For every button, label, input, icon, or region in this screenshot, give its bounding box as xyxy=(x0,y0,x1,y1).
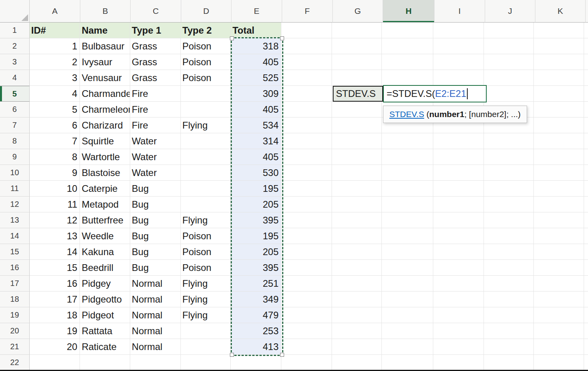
cell-I1[interactable] xyxy=(433,23,484,38)
formula-edit-cell-H5[interactable]: =STDEV.S(E2:E21 xyxy=(383,85,487,102)
cell-K1[interactable] xyxy=(534,23,584,38)
cell-F14[interactable] xyxy=(281,228,332,244)
cell-C6[interactable]: Fire xyxy=(130,102,181,117)
column-header-E[interactable]: E xyxy=(231,0,282,23)
cell-H10[interactable] xyxy=(382,165,433,181)
cell-E19[interactable]: 479 xyxy=(231,307,281,323)
cell-J12[interactable] xyxy=(484,197,534,212)
cell-B15[interactable]: Kakuna xyxy=(80,244,130,260)
row-header-20[interactable]: 20 xyxy=(0,323,30,339)
cell-E10[interactable]: 530 xyxy=(231,165,281,181)
cell-I19[interactable] xyxy=(433,307,484,323)
row-header-10[interactable]: 10 xyxy=(0,165,30,181)
cell-I21[interactable] xyxy=(433,339,484,355)
cell-G16[interactable] xyxy=(332,260,382,276)
cell-F2[interactable] xyxy=(281,38,332,54)
cell-H13[interactable] xyxy=(382,212,433,228)
cell-C10[interactable]: Water xyxy=(130,165,181,181)
cell-A12[interactable]: 11 xyxy=(30,197,80,212)
cell-G10[interactable] xyxy=(332,165,382,181)
cell-C2[interactable]: Grass xyxy=(130,38,181,54)
cell-C4[interactable]: Grass xyxy=(130,70,181,86)
cell-C3[interactable]: Grass xyxy=(130,54,181,70)
cell-A10[interactable]: 9 xyxy=(30,165,80,181)
cell-H22[interactable] xyxy=(382,355,433,371)
cell-H15[interactable] xyxy=(382,244,433,260)
cell-I18[interactable] xyxy=(433,292,484,307)
cell-G21[interactable] xyxy=(332,339,382,355)
cell-K14[interactable] xyxy=(534,228,584,244)
cell-E11[interactable]: 195 xyxy=(231,181,281,197)
cell-C1[interactable]: Type 1 xyxy=(130,23,181,38)
cell-K9[interactable] xyxy=(534,149,584,165)
cell-B9[interactable]: Wartortle xyxy=(80,149,130,165)
cell-B4[interactable]: Venusaur xyxy=(80,70,130,86)
cell-B18[interactable]: Pidgeotto xyxy=(80,292,130,307)
cell-C20[interactable]: Normal xyxy=(130,323,181,339)
cell-B1[interactable]: Name xyxy=(80,23,130,38)
cell-F18[interactable] xyxy=(281,292,332,307)
cell-H18[interactable] xyxy=(382,292,433,307)
cell-G1[interactable] xyxy=(332,23,382,38)
cell-A2[interactable]: 1 xyxy=(30,38,80,54)
cell-H2[interactable] xyxy=(382,38,433,54)
cell-K18[interactable] xyxy=(534,292,584,307)
cell-G22[interactable] xyxy=(332,355,382,371)
cell-F4[interactable] xyxy=(281,70,332,86)
cell-E1[interactable]: Total xyxy=(231,23,281,38)
cell-I20[interactable] xyxy=(433,323,484,339)
cell-D15[interactable]: Poison xyxy=(181,244,231,260)
cell-G6[interactable] xyxy=(332,102,382,117)
cell-K16[interactable] xyxy=(534,260,584,276)
cell-A8[interactable]: 7 xyxy=(30,133,80,149)
cell-I13[interactable] xyxy=(433,212,484,228)
column-header-D[interactable]: D xyxy=(181,0,231,23)
row-header-19[interactable]: 19 xyxy=(0,307,30,323)
cell-F13[interactable] xyxy=(281,212,332,228)
cell-G17[interactable] xyxy=(332,276,382,292)
cell-J18[interactable] xyxy=(484,292,534,307)
cell-D22[interactable] xyxy=(181,355,231,371)
cell-D2[interactable]: Poison xyxy=(181,38,231,54)
cell-B2[interactable]: Bulbasaur xyxy=(80,38,130,54)
cell-D13[interactable]: Flying xyxy=(181,212,231,228)
cell-D11[interactable] xyxy=(181,181,231,197)
cell-C16[interactable]: Bug xyxy=(130,260,181,276)
cell-H20[interactable] xyxy=(382,323,433,339)
cell-J11[interactable] xyxy=(484,181,534,197)
cell-H8[interactable] xyxy=(382,133,433,149)
cell-H14[interactable] xyxy=(382,228,433,244)
cell-E8[interactable]: 314 xyxy=(231,133,281,149)
row-header-4[interactable]: 4 xyxy=(0,70,30,86)
cell-F21[interactable] xyxy=(281,339,332,355)
cell-K11[interactable] xyxy=(534,181,584,197)
column-header-C[interactable]: C xyxy=(131,0,181,23)
row-header-8[interactable]: 8 xyxy=(0,133,30,149)
cell-F6[interactable] xyxy=(281,102,332,117)
cell-E16[interactable]: 395 xyxy=(231,260,281,276)
cell-D8[interactable] xyxy=(181,133,231,149)
cell-D1[interactable]: Type 2 xyxy=(181,23,231,38)
cell-A16[interactable]: 15 xyxy=(30,260,80,276)
cell-G8[interactable] xyxy=(332,133,382,149)
cell-F9[interactable] xyxy=(281,149,332,165)
cell-I22[interactable] xyxy=(433,355,484,371)
cell-I15[interactable] xyxy=(433,244,484,260)
cell-D19[interactable]: Flying xyxy=(181,307,231,323)
function-name-link[interactable]: STDEV.S xyxy=(389,110,424,119)
cell-E17[interactable]: 251 xyxy=(231,276,281,292)
cell-E2[interactable]: 318 xyxy=(231,38,281,54)
cell-J2[interactable] xyxy=(484,38,534,54)
cell-A6[interactable]: 5 xyxy=(30,102,80,117)
cell-E7[interactable]: 534 xyxy=(231,117,281,133)
row-header-11[interactable]: 11 xyxy=(0,181,30,197)
cell-A20[interactable]: 19 xyxy=(30,323,80,339)
cell-B12[interactable]: Metapod xyxy=(80,197,130,212)
cell-D7[interactable]: Flying xyxy=(181,117,231,133)
cell-A3[interactable]: 2 xyxy=(30,54,80,70)
cell-I14[interactable] xyxy=(433,228,484,244)
cell-H11[interactable] xyxy=(382,181,433,197)
cell-G18[interactable] xyxy=(332,292,382,307)
row-header-2[interactable]: 2 xyxy=(0,38,30,54)
cell-G7[interactable] xyxy=(332,117,382,133)
